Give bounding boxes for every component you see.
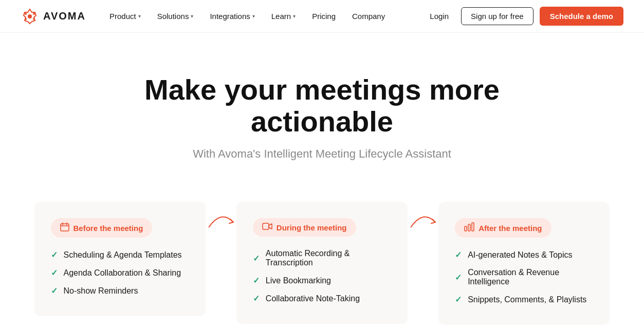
list-item-text: Collaborative Note-Taking bbox=[266, 294, 360, 303]
badge-icon-0 bbox=[60, 222, 69, 234]
list-item-text: No-show Reminders bbox=[64, 286, 138, 296]
list-item: ✓ Conversation & Revenue Intelligence bbox=[455, 268, 593, 286]
nav-links: Product▾Solutions▾Integrations▾Learn▾Pri… bbox=[102, 8, 424, 25]
check-icon: ✓ bbox=[51, 268, 58, 278]
check-icon: ✓ bbox=[455, 273, 462, 282]
svg-rect-5 bbox=[61, 224, 69, 231]
chevron-down-icon: ▾ bbox=[252, 13, 255, 19]
logo-icon bbox=[21, 7, 39, 26]
nav-right: Login Sign up for free Schedule a demo bbox=[424, 7, 623, 26]
arrow-1 bbox=[206, 202, 236, 233]
list-item-text: Conversation & Revenue Intelligence bbox=[468, 268, 593, 286]
svg-point-2 bbox=[33, 13, 35, 15]
card-badge-2: After the meeting bbox=[455, 218, 551, 238]
badge-label-0: Before the meeting bbox=[73, 224, 143, 233]
svg-rect-10 bbox=[465, 226, 467, 231]
svg-rect-11 bbox=[468, 224, 470, 231]
logo-text: Avoma bbox=[43, 10, 86, 22]
list-item-text: Agenda Collaboration & Sharing bbox=[64, 268, 181, 278]
card-0: Before the meeting✓ Scheduling & Agenda … bbox=[34, 202, 206, 316]
check-icon: ✓ bbox=[253, 276, 260, 285]
badge-label-2: After the meeting bbox=[479, 224, 542, 233]
card-1: During the meeting✓ Automatic Recording … bbox=[236, 202, 408, 324]
arrow-2 bbox=[408, 202, 438, 233]
list-item: ✓ Agenda Collaboration & Sharing bbox=[51, 268, 189, 278]
chevron-down-icon: ▾ bbox=[138, 13, 141, 19]
svg-point-4 bbox=[33, 18, 35, 20]
svg-point-3 bbox=[25, 18, 27, 20]
card-list-1: ✓ Automatic Recording & Transcription✓ L… bbox=[253, 249, 391, 303]
svg-rect-9 bbox=[263, 223, 269, 229]
list-item-text: Live Bookmarking bbox=[266, 276, 331, 285]
signup-button[interactable]: Sign up for free bbox=[461, 7, 533, 25]
badge-icon-2 bbox=[464, 222, 474, 234]
list-item: ✓ AI-generated Notes & Topics bbox=[455, 250, 593, 260]
list-item: ✓ Live Bookmarking bbox=[253, 276, 391, 285]
card-list-2: ✓ AI-generated Notes & Topics✓ Conversat… bbox=[455, 250, 593, 304]
list-item: ✓ Automatic Recording & Transcription bbox=[253, 249, 391, 267]
nav-item-pricing[interactable]: Pricing bbox=[305, 8, 343, 25]
check-icon: ✓ bbox=[455, 295, 462, 304]
chevron-down-icon: ▾ bbox=[293, 13, 296, 19]
svg-rect-12 bbox=[472, 223, 474, 231]
list-item-text: Scheduling & Agenda Templates bbox=[64, 250, 182, 260]
list-item: ✓ Collaborative Note-Taking bbox=[253, 294, 391, 303]
badge-icon-1 bbox=[262, 222, 272, 233]
check-icon: ✓ bbox=[51, 286, 58, 296]
logo-link[interactable]: Avoma bbox=[21, 7, 86, 26]
card-2: After the meeting✓ AI-generated Notes & … bbox=[438, 202, 610, 325]
check-icon: ✓ bbox=[253, 254, 260, 263]
login-button[interactable]: Login bbox=[424, 8, 455, 25]
hero-subtitle: With Avoma's Intelligent Meeting Lifecyc… bbox=[21, 147, 623, 161]
schedule-demo-button[interactable]: Schedule a demo bbox=[540, 7, 623, 26]
list-item-text: AI-generated Notes & Topics bbox=[468, 250, 572, 260]
list-item: ✓ No-show Reminders bbox=[51, 286, 189, 296]
navbar: Avoma Product▾Solutions▾Integrations▾Lea… bbox=[0, 0, 644, 33]
list-item-text: Automatic Recording & Transcription bbox=[266, 249, 391, 267]
svg-point-1 bbox=[25, 13, 27, 15]
nav-item-integrations[interactable]: Integrations▾ bbox=[203, 8, 262, 25]
nav-item-learn[interactable]: Learn▾ bbox=[264, 8, 303, 25]
hero-section: Make your meetings more actionable With … bbox=[0, 33, 644, 181]
nav-item-company[interactable]: Company bbox=[345, 8, 392, 25]
list-item: ✓ Snippets, Comments, & Playlists bbox=[455, 295, 593, 304]
list-item: ✓ Scheduling & Agenda Templates bbox=[51, 250, 189, 260]
card-badge-1: During the meeting bbox=[253, 218, 356, 237]
list-item-text: Snippets, Comments, & Playlists bbox=[468, 295, 586, 304]
check-icon: ✓ bbox=[455, 250, 462, 260]
card-badge-0: Before the meeting bbox=[51, 218, 153, 238]
cards-section: Before the meeting✓ Scheduling & Agenda … bbox=[14, 181, 631, 329]
nav-item-product[interactable]: Product▾ bbox=[102, 8, 148, 25]
badge-label-1: During the meeting bbox=[277, 223, 347, 232]
chevron-down-icon: ▾ bbox=[191, 13, 193, 19]
check-icon: ✓ bbox=[253, 294, 260, 303]
card-list-0: ✓ Scheduling & Agenda Templates✓ Agenda … bbox=[51, 250, 189, 296]
hero-title: Make your meetings more actionable bbox=[91, 74, 554, 137]
nav-item-solutions[interactable]: Solutions▾ bbox=[150, 8, 201, 25]
check-icon: ✓ bbox=[51, 250, 58, 260]
svg-point-0 bbox=[28, 14, 32, 18]
